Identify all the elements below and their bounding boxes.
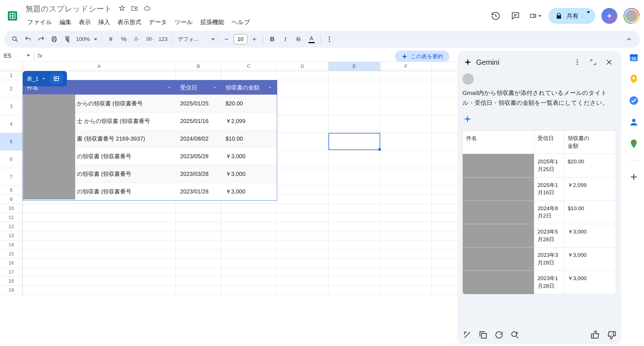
share-dropdown-icon[interactable] <box>582 13 590 18</box>
chevron-down-icon[interactable] <box>212 85 218 90</box>
table-header-amount[interactable]: 領収書の金額 <box>222 84 277 91</box>
menu-format[interactable]: 表示形式 <box>114 16 145 28</box>
sheets-app-icon[interactable] <box>5 7 20 24</box>
print-icon[interactable] <box>48 33 60 45</box>
collapse-toolbar-icon[interactable] <box>623 33 635 45</box>
menu-data[interactable]: データ <box>145 16 171 28</box>
italic-icon[interactable]: I <box>279 33 291 45</box>
column-header[interactable]: A <box>23 62 176 71</box>
bold-icon[interactable]: B <box>266 33 278 45</box>
zoom-dropdown[interactable]: 100% <box>74 33 99 45</box>
chevron-down-icon[interactable] <box>267 85 273 90</box>
tasks-icon[interactable] <box>629 95 639 106</box>
row-header[interactable]: 17 <box>0 268 23 277</box>
table-chip[interactable]: 表_1 <box>23 71 67 86</box>
row-header[interactable]: 4 <box>0 115 23 133</box>
svg-line-7 <box>16 40 17 41</box>
row-header[interactable]: 9 <box>0 195 23 204</box>
video-icon[interactable] <box>529 9 542 23</box>
close-icon[interactable] <box>603 56 615 68</box>
row-header[interactable]: 2 <box>0 80 23 98</box>
copy-icon[interactable] <box>478 330 488 340</box>
row-header[interactable]: 15 <box>0 249 23 259</box>
more-options-icon[interactable] <box>571 56 583 68</box>
table-header-date[interactable]: 受信日 <box>176 84 222 91</box>
active-cell[interactable] <box>329 133 380 150</box>
menu-tools[interactable]: ツール <box>171 16 196 28</box>
svg-text:31: 31 <box>632 56 636 61</box>
row-header[interactable]: 3 <box>0 98 23 115</box>
menu-insert[interactable]: 挿入 <box>95 16 113 28</box>
font-size-increase-icon[interactable]: + <box>249 33 260 45</box>
percent-button[interactable]: % <box>118 33 130 45</box>
menu-extensions[interactable]: 拡張機能 <box>197 16 228 28</box>
thumbs-down-icon[interactable] <box>607 330 616 340</box>
gemini-button[interactable] <box>601 8 617 24</box>
cloud-icon[interactable] <box>143 5 151 13</box>
currency-button[interactable]: ¥ <box>105 33 117 45</box>
account-avatar[interactable] <box>624 8 639 24</box>
strikethrough-icon[interactable]: S <box>292 33 304 45</box>
add-icon[interactable] <box>629 172 639 182</box>
row-header[interactable]: 13 <box>0 231 23 240</box>
paint-format-icon[interactable] <box>61 33 73 45</box>
retry-icon[interactable] <box>494 330 504 340</box>
move-icon[interactable] <box>131 5 138 13</box>
keep-icon[interactable] <box>629 74 639 84</box>
comment-icon[interactable] <box>509 9 522 23</box>
right-rail: 31 <box>624 49 644 346</box>
result-cell-amount: $10.00 <box>564 201 598 224</box>
thumbs-up-icon[interactable] <box>591 330 600 340</box>
share-button[interactable]: 共有 <box>548 8 595 24</box>
row-header[interactable]: 16 <box>0 259 23 268</box>
table-cell-date: 2024/08/02 <box>176 136 222 142</box>
menu-view[interactable]: 表示 <box>75 16 94 28</box>
history-icon[interactable] <box>489 9 502 23</box>
menu-help[interactable]: ヘルプ <box>228 16 254 28</box>
more-icon[interactable] <box>323 33 335 45</box>
column-header[interactable]: E <box>329 62 380 71</box>
increase-decimal-icon[interactable]: .00→ <box>144 33 156 45</box>
menu-file[interactable]: ファイル <box>24 16 56 28</box>
row-header[interactable]: 5 <box>0 133 23 151</box>
column-header[interactable]: C <box>221 62 277 71</box>
row-header[interactable]: 11 <box>0 213 23 222</box>
contacts-icon[interactable] <box>629 117 639 127</box>
calendar-icon[interactable]: 31 <box>629 52 639 62</box>
font-dropdown[interactable]: デフォ... <box>175 33 215 45</box>
font-size-decrease-icon[interactable]: − <box>221 33 233 45</box>
row-header[interactable]: 14 <box>0 240 23 249</box>
name-box[interactable]: E5 <box>0 52 34 59</box>
expand-icon[interactable] <box>587 56 599 68</box>
row-header[interactable]: 10 <box>0 204 23 213</box>
fill-handle[interactable] <box>378 148 381 151</box>
decrease-decimal-icon[interactable]: .0← <box>131 33 143 45</box>
row-header[interactable]: 7 <box>0 168 23 186</box>
chevron-down-icon[interactable] <box>167 85 172 90</box>
row-header[interactable]: 1 <box>0 71 23 80</box>
row-header[interactable]: 18 <box>0 277 23 286</box>
spreadsheet-grid[interactable]: ABCDEF 12345678910111213141516171819 表_1… <box>0 62 457 346</box>
search-icon[interactable] <box>9 33 21 45</box>
search-spark-icon[interactable] <box>510 330 520 340</box>
column-header[interactable]: B <box>176 62 221 71</box>
row-header[interactable]: 8 <box>0 186 23 195</box>
maps-icon[interactable] <box>629 139 639 149</box>
column-header[interactable]: D <box>277 62 329 71</box>
insert-icon[interactable] <box>462 330 472 340</box>
undo-icon[interactable] <box>22 33 34 45</box>
row-header[interactable]: 19 <box>0 286 23 295</box>
select-all-corner[interactable] <box>0 62 23 71</box>
redo-icon[interactable] <box>35 33 47 45</box>
row-header[interactable]: 6 <box>0 151 23 168</box>
number-format-button[interactable]: 123 <box>157 33 169 45</box>
summarize-chip[interactable]: この表を要約 <box>395 51 449 62</box>
star-icon[interactable] <box>118 5 126 13</box>
doc-title[interactable]: 無題のスプレッドシート <box>24 3 114 15</box>
column-header[interactable]: F <box>380 62 432 71</box>
table-view-icon[interactable] <box>50 73 63 84</box>
font-size-input[interactable] <box>234 34 247 44</box>
row-header[interactable]: 12 <box>0 222 23 231</box>
text-color-icon[interactable]: A <box>306 33 317 45</box>
menu-edit[interactable]: 編集 <box>56 16 75 28</box>
